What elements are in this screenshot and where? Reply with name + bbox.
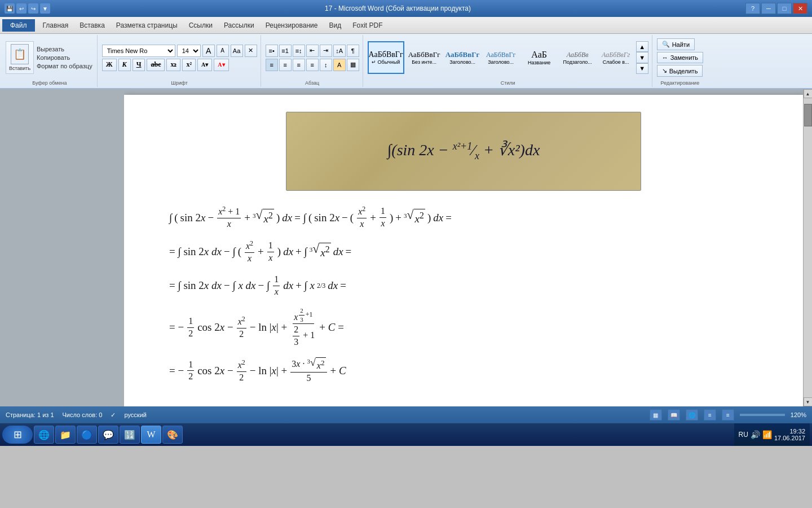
strikethrough-button[interactable]: аbc (147, 59, 165, 71)
replace-label: Заменить (670, 54, 698, 61)
styles-scroll-down[interactable]: ▼ (636, 52, 648, 63)
style-title[interactable]: АаБ Название (521, 41, 558, 74)
highlight-button[interactable]: А▾ (197, 59, 212, 71)
numbering-button[interactable]: ≡1 (279, 45, 292, 57)
style-subtle-emphasis[interactable]: АаБбВвГг Слабое в... (598, 41, 634, 74)
sort-button[interactable]: ↕A (333, 45, 346, 57)
volume-icon[interactable]: 🔊 (751, 430, 760, 440)
scroll-up-arrow[interactable]: ▲ (804, 89, 813, 98)
insert-menu[interactable]: Вставка (74, 19, 111, 32)
file-menu[interactable]: Файл (2, 19, 35, 32)
decrease-font-button[interactable]: A (217, 45, 229, 57)
copy-button[interactable]: Копировать (36, 54, 94, 62)
styles-expand[interactable]: ▼ (636, 63, 648, 74)
undo-icon[interactable]: ↩ (16, 3, 27, 14)
close-button[interactable]: ✕ (793, 3, 807, 14)
italic-button[interactable]: К (118, 59, 131, 71)
taskbar-word[interactable]: W (141, 426, 161, 444)
multilevel-list-button[interactable]: ≡↕ (293, 45, 305, 57)
scroll-track[interactable] (804, 98, 813, 397)
taskbar-skype[interactable]: 💬 (98, 426, 118, 444)
increase-indent-button[interactable]: ⇥ (320, 45, 332, 57)
customize-icon[interactable]: ▼ (40, 3, 50, 14)
superscript-button[interactable]: х² (182, 59, 196, 71)
paragraph-group-label: Абзац (266, 79, 359, 86)
select-button[interactable]: ↘ Выделить (657, 65, 703, 77)
taskbar-chrome[interactable]: 🔵 (77, 426, 97, 444)
align-left-button[interactable]: ≡ (266, 59, 278, 71)
network-icon[interactable]: 📶 (762, 430, 772, 440)
start-button[interactable]: ⊞ (2, 426, 33, 444)
clock-time: 19:32 (789, 428, 805, 435)
zoom-level: 120% (791, 411, 806, 418)
math-line-4: = − 1 2 cos 2x − x2 2 − ln |x| + x23+1 (169, 306, 758, 348)
bullets-button[interactable]: ≡• (266, 45, 278, 57)
scroll-down-arrow[interactable]: ▼ (804, 397, 813, 406)
subscript-button[interactable]: х₂ (166, 59, 180, 71)
taskbar-paint[interactable]: 🎨 (162, 426, 183, 444)
style-normal[interactable]: АаБбВвГг ↵ Обычный (368, 41, 404, 74)
replace-button[interactable]: ↔ Заменить (657, 52, 703, 63)
help-icon[interactable]: ? (745, 3, 760, 14)
review-menu[interactable]: Рецензирование (260, 19, 324, 32)
font-color-button[interactable]: А▾ (214, 59, 228, 71)
references-menu[interactable]: Ссылки (183, 19, 218, 32)
style-heading1[interactable]: АаБбВвГг Заголово... (444, 41, 481, 74)
align-right-button[interactable]: ≡ (293, 59, 305, 71)
line-spacing-button[interactable]: ↕ (320, 59, 332, 71)
editing-content: 🔍 Найти ↔ Заменить ↘ Выделить (657, 36, 703, 79)
vertical-scrollbar[interactable]: ▲ ▼ (803, 89, 812, 406)
editing-group: 🔍 Найти ↔ Заменить ↘ Выделить Редактиров… (654, 35, 707, 87)
font-size-select[interactable]: 14 (177, 45, 201, 57)
foxit-menu[interactable]: Foxit PDF (347, 19, 388, 32)
underline-button[interactable]: Ч (133, 59, 145, 71)
page-layout-menu[interactable]: Разметка страницы (111, 19, 183, 32)
style-subtitle[interactable]: АаБбВв Подзаголо... (559, 41, 596, 74)
outline-view[interactable]: ≡ (704, 409, 716, 421)
print-layout-view[interactable]: ▦ (650, 409, 662, 421)
style-subtitle-preview: АаБбВв (567, 51, 589, 59)
align-center-button[interactable]: ≡ (279, 59, 292, 71)
maximize-button[interactable]: □ (777, 3, 792, 14)
format-painter-button[interactable]: Формат по образцу (36, 62, 94, 70)
change-case-button[interactable]: Аа (231, 45, 243, 57)
bold-button[interactable]: Ж (102, 59, 117, 71)
spell-check-icon[interactable]: ✓ (111, 411, 116, 419)
style-no-spacing[interactable]: АаБбВвГг Без инте... (406, 41, 443, 74)
mailings-menu[interactable]: Рассылки (218, 19, 260, 32)
font-name-select[interactable]: Times New Ro (102, 45, 175, 57)
paste-button[interactable]: 📋 Вставить (6, 41, 34, 74)
borders-button[interactable]: ▦ (347, 59, 359, 71)
styles-group: АаБбВвГг ↵ Обычный АаБбВвГг Без инте... … (364, 35, 652, 87)
taskbar-ie[interactable]: 🌐 (34, 426, 54, 444)
increase-font-button[interactable]: A (202, 45, 215, 57)
shading-button[interactable]: A (333, 59, 346, 71)
taskbar-calculator[interactable]: 🔢 (120, 426, 140, 444)
language-indicator[interactable]: русский (124, 411, 146, 418)
decrease-indent-button[interactable]: ⇤ (306, 45, 319, 57)
taskbar-explorer[interactable]: 📁 (55, 426, 76, 444)
save-icon[interactable]: 💾 (5, 3, 15, 14)
style-no-spacing-label: Без инте... (412, 59, 436, 65)
scroll-thumb[interactable] (804, 104, 812, 126)
justify-button[interactable]: ≡ (306, 59, 319, 71)
system-tray: RU 🔊 📶 19:32 17.06.2017 (734, 423, 810, 446)
style-heading2[interactable]: АаБбВвГг Заголово... (483, 41, 519, 74)
find-button[interactable]: 🔍 Найти (657, 38, 695, 50)
redo-icon[interactable]: ↪ (28, 3, 38, 14)
lang-indicator[interactable]: RU (739, 431, 748, 439)
minimize-button[interactable]: ─ (761, 3, 776, 14)
math-line-1: ∫ ( sin 2x − x2 + 1 x + 3 √ x2 ) (169, 205, 758, 230)
document-page[interactable]: ∫(sin 2x − x²+1⁄x + ∛x²)dx ∫ ( sin 2x − … (124, 95, 803, 406)
show-marks-button[interactable]: ¶ (347, 45, 359, 57)
zoom-slider[interactable] (740, 414, 785, 416)
draft-view[interactable]: ≡ (722, 409, 734, 421)
clear-formatting-button[interactable]: ✕ (245, 45, 257, 57)
view-menu[interactable]: Вид (323, 19, 347, 32)
web-layout-view[interactable]: 🌐 (686, 409, 698, 421)
cut-button[interactable]: Вырезать (36, 45, 94, 53)
ribbon-content: 📋 Вставить Вырезать Копировать Формат по… (0, 34, 812, 88)
home-menu[interactable]: Главная (37, 19, 74, 32)
styles-scroll-up[interactable]: ▲ (636, 41, 648, 52)
full-reading-view[interactable]: 📖 (668, 409, 680, 421)
